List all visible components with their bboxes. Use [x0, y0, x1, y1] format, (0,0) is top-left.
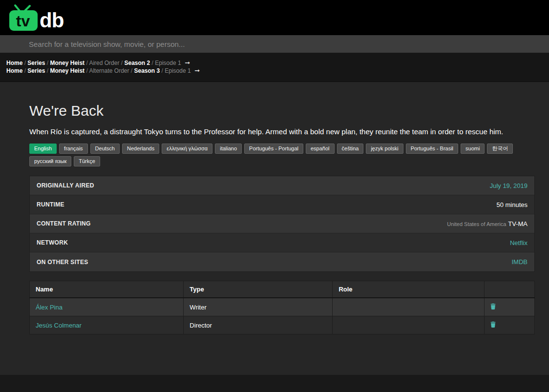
people-table: NameTypeRole Álex PinaWriterJesús Colmen… — [29, 281, 535, 334]
arrow-icon[interactable]: ➞ — [183, 59, 190, 66]
language-button[interactable]: 한국어 — [487, 144, 513, 154]
episode-info-list: ORIGINALLY AIREDJuly 19, 2019RUNTIME50 m… — [29, 176, 535, 272]
info-value: TV-MA — [508, 220, 528, 227]
page-title: We're Back — [29, 103, 535, 119]
person-role — [333, 298, 484, 316]
breadcrumb: Home / Series / Money Heist / Alternate … — [6, 67, 543, 75]
breadcrumb-item[interactable]: Series — [27, 67, 45, 74]
language-button[interactable]: русский язык — [29, 156, 71, 166]
breadcrumb: Home / Series / Money Heist / Aired Orde… — [6, 59, 543, 67]
breadcrumb-item[interactable]: Home — [6, 67, 22, 74]
breadcrumb-separator: / — [129, 67, 134, 74]
info-value-cell: IMDB — [512, 258, 528, 266]
language-button[interactable]: italiano — [215, 144, 242, 154]
language-button[interactable]: Nederlands — [122, 144, 159, 154]
breadcrumb-separator: / — [45, 60, 50, 66]
logo-text-db: db — [40, 11, 63, 31]
info-value-link[interactable]: Netflix — [510, 239, 528, 247]
person-role — [333, 316, 484, 334]
delete-icon[interactable] — [490, 303, 496, 309]
tv-icon: tv — [9, 4, 39, 31]
language-button[interactable]: français — [59, 144, 88, 154]
person-type: Director — [184, 316, 333, 334]
language-button[interactable]: čeština — [337, 144, 364, 154]
column-header: Role — [333, 281, 484, 298]
app-header: tv db — [0, 0, 549, 35]
main-content: We're Back When Río is captured, a distr… — [0, 82, 549, 375]
breadcrumb-item[interactable]: Episode 1 — [165, 67, 190, 74]
breadcrumb-item[interactable]: Home — [6, 60, 22, 66]
table-row: Jesús ColmenarDirector — [30, 316, 535, 334]
breadcrumb-item[interactable]: Money Heist — [50, 60, 84, 66]
info-label: RUNTIME — [37, 201, 64, 208]
info-label: ORIGINALLY AIRED — [37, 182, 94, 189]
language-button[interactable]: Türkçe — [74, 156, 100, 166]
page: tv db Home / Series / Money Heist / Aire… — [0, 0, 549, 392]
breadcrumb-item[interactable]: Series — [27, 60, 45, 66]
person-name-cell: Jesús Colmenar — [30, 316, 184, 334]
breadcrumb-item[interactable]: Aired Order — [89, 60, 119, 66]
language-button[interactable]: Português - Brasil — [406, 144, 458, 154]
breadcrumb-separator: / — [160, 67, 165, 74]
language-button[interactable]: English — [29, 144, 57, 154]
info-value-cell: 50 minutes — [496, 201, 528, 208]
episode-overview: When Río is captured, a distraught Tokyo… — [29, 126, 535, 137]
info-value-cell: United States of AmericaTV-MA — [447, 220, 528, 227]
language-button[interactable]: español — [306, 144, 335, 154]
info-row: ON OTHER SITESIMDB — [30, 252, 534, 271]
language-buttons: EnglishfrançaisDeutschNederlandsελληνική… — [29, 144, 535, 166]
row-actions-cell — [484, 316, 534, 334]
breadcrumb-item[interactable]: Season 2 — [124, 60, 150, 66]
column-header: Type — [184, 281, 333, 298]
people-table-body: Álex PinaWriterJesús ColmenarDirector — [30, 298, 535, 334]
search-input[interactable] — [28, 40, 521, 49]
column-header: Name — [30, 281, 184, 298]
info-value: 50 minutes — [496, 201, 528, 208]
language-button[interactable]: język polski — [366, 144, 403, 154]
info-value-link[interactable]: July 19, 2019 — [490, 182, 528, 189]
language-button[interactable]: Português - Portugal — [244, 144, 303, 154]
column-header — [484, 281, 534, 298]
logo-text-tv: tv — [16, 12, 30, 30]
people-table-head-row: NameTypeRole — [30, 281, 535, 298]
footer — [0, 375, 549, 392]
info-value-cell: July 19, 2019 — [490, 182, 528, 189]
breadcrumbs: Home / Series / Money Heist / Aired Orde… — [0, 53, 549, 82]
breadcrumb-separator: / — [22, 67, 27, 74]
info-row: RUNTIME50 minutes — [30, 195, 534, 214]
delete-icon[interactable] — [490, 321, 496, 328]
language-button[interactable]: ελληνική γλώσσα — [162, 144, 212, 154]
breadcrumb-separator: / — [45, 67, 50, 74]
language-button[interactable]: Deutsch — [90, 144, 120, 154]
arrow-icon[interactable]: ➞ — [193, 67, 200, 74]
info-row: ORIGINALLY AIREDJuly 19, 2019 — [30, 176, 534, 195]
breadcrumb-separator: / — [119, 60, 124, 66]
episode-container: We're Back When Río is captured, a distr… — [29, 103, 535, 334]
breadcrumb-separator: / — [150, 60, 155, 66]
breadcrumb-item[interactable]: Money Heist — [50, 67, 84, 74]
breadcrumb-item[interactable]: Alternate Order — [89, 67, 129, 74]
breadcrumb-item[interactable]: Episode 1 — [155, 60, 181, 66]
person-type: Writer — [184, 298, 333, 316]
person-link[interactable]: Jesús Colmenar — [36, 322, 82, 329]
info-label: ON OTHER SITES — [37, 259, 88, 266]
table-row: Álex PinaWriter — [30, 298, 535, 316]
info-row: CONTENT RATINGUnited States of AmericaTV… — [30, 214, 534, 233]
breadcrumb-item[interactable]: Season 3 — [134, 67, 160, 74]
tvdb-logo[interactable]: tv db — [9, 4, 63, 31]
row-actions-cell — [484, 298, 534, 316]
info-row: NETWORKNetflix — [30, 233, 534, 252]
info-value-link[interactable]: IMDB — [512, 258, 528, 266]
search-bar — [0, 35, 549, 53]
info-label: NETWORK — [37, 239, 68, 246]
info-value-cell: Netflix — [510, 239, 528, 247]
info-value-prefix: United States of America — [447, 221, 506, 227]
person-name-cell: Álex Pina — [30, 298, 184, 316]
info-label: CONTENT RATING — [37, 220, 91, 227]
language-button[interactable]: suomi — [461, 144, 485, 154]
breadcrumb-separator: / — [22, 60, 27, 66]
person-link[interactable]: Álex Pina — [36, 304, 63, 311]
